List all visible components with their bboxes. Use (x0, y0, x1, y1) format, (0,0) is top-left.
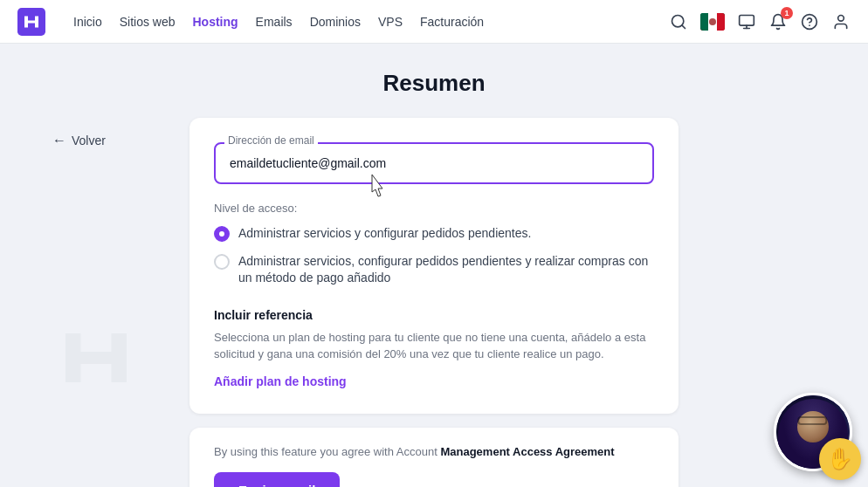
nav-facturacion[interactable]: Facturación (420, 11, 484, 32)
notification-badge-count: 1 (781, 7, 793, 19)
search-icon[interactable] (669, 12, 688, 31)
clicker-hand-badge: ✋ (819, 438, 861, 480)
radio-option-2[interactable]: Administrar servicios, configurar pedido… (214, 253, 654, 287)
radio-circle-2 (214, 254, 230, 270)
add-hosting-plan-link[interactable]: Añadir plan de hosting (214, 374, 347, 388)
radio-label-1: Administrar servicios y configurar pedid… (238, 225, 531, 243)
user-icon[interactable] (831, 12, 851, 31)
agreement-card: By using this feature you agree with Acc… (189, 428, 679, 487)
email-field-group: Dirección de email (214, 142, 654, 184)
agreement-prefix: By using this feature you agree with Acc… (214, 445, 437, 458)
nav-sitios-web[interactable]: Sitios web (120, 11, 176, 32)
main-card: Dirección de email Nivel de acceso: Admi… (189, 118, 679, 414)
radio-group: Administrar servicios y configurar pedid… (214, 225, 654, 287)
page-header: ← Volver Resumen (17, 70, 851, 97)
referral-section: Incluir referencia Selecciona un plan de… (214, 308, 654, 389)
nav-inicio[interactable]: Inicio (73, 11, 102, 32)
flag-mexico-icon[interactable] (700, 13, 725, 31)
back-arrow-icon: ← (52, 133, 66, 148)
back-label: Volver (72, 134, 106, 147)
monitor-icon[interactable] (737, 12, 756, 31)
email-input[interactable] (214, 142, 654, 184)
radio-label-2: Administrar servicios, configurar pedido… (238, 253, 654, 287)
navbar-actions: 1 (669, 12, 851, 31)
access-level-label: Nivel de acceso: (214, 202, 654, 215)
page-title: Resumen (382, 70, 485, 97)
back-button[interactable]: ← Volver (52, 133, 106, 148)
logo[interactable] (17, 8, 45, 36)
main-content: ← Volver Resumen Dirección de email Nive… (0, 44, 868, 487)
notification-icon[interactable]: 1 (768, 12, 788, 31)
submit-button[interactable]: Enviar email (214, 472, 340, 487)
agreement-text: By using this feature you agree with Acc… (214, 445, 654, 458)
referral-title: Incluir referencia (214, 308, 654, 322)
svg-point-8 (838, 15, 844, 21)
svg-line-2 (682, 24, 685, 28)
email-label: Dirección de email (224, 134, 318, 147)
management-agreement-link[interactable]: Management Access Agreement (440, 445, 614, 458)
radio-circle-1 (214, 226, 230, 242)
radio-option-1[interactable]: Administrar servicios y configurar pedid… (214, 225, 654, 243)
nav-hosting[interactable]: Hosting (193, 11, 238, 32)
watermark-logo (35, 297, 157, 442)
navbar: Inicio Sitios web Hosting Emails Dominio… (0, 0, 868, 44)
svg-rect-3 (740, 15, 754, 25)
help-icon[interactable] (800, 12, 819, 31)
nav-emails[interactable]: Emails (256, 11, 293, 32)
referral-description: Selecciona un plan de hosting para tu cl… (214, 329, 654, 363)
nav-dominios[interactable]: Dominios (310, 11, 361, 32)
nav-links: Inicio Sitios web Hosting Emails Dominio… (73, 11, 648, 32)
nav-vps[interactable]: VPS (378, 11, 403, 32)
